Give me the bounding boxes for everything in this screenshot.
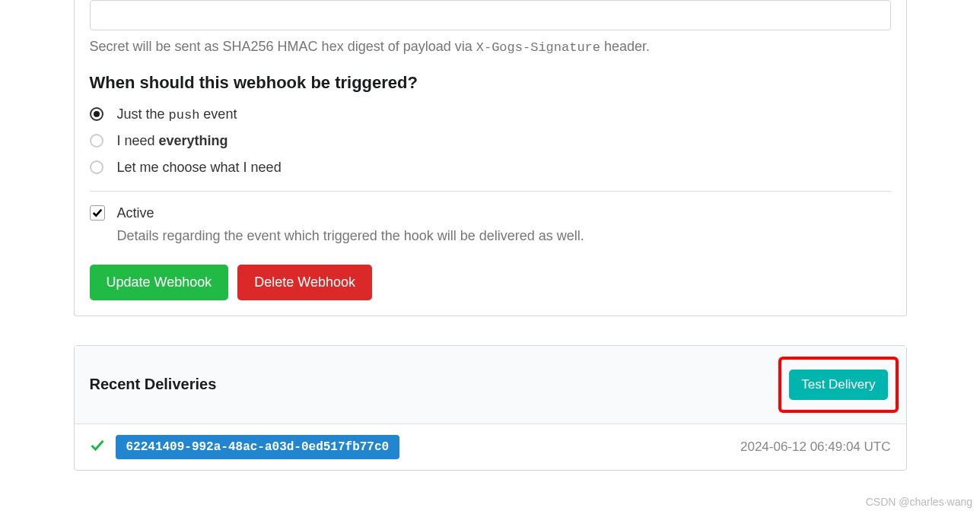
update-webhook-button[interactable]: Update Webhook [90, 265, 229, 300]
deliveries-heading: Recent Deliveries [90, 376, 217, 393]
delivery-timestamp: 2024-06-12 06:49:04 UTC [740, 439, 891, 455]
trigger-radio-group: Just the push event I need everything Le… [90, 106, 891, 176]
radio-label: Let me choose what I need [117, 160, 282, 176]
delivery-row[interactable]: 62241409-992a-48ac-a03d-0ed517fb77c0 202… [75, 424, 906, 470]
delivery-left: 62241409-992a-48ac-a03d-0ed517fb77c0 [90, 435, 400, 459]
highlight-annotation: Test Delivery [778, 357, 898, 413]
trigger-heading: When should this webhook be triggered? [90, 73, 891, 93]
check-icon [90, 438, 105, 456]
trigger-option-choose[interactable]: Let me choose what I need [90, 160, 891, 176]
active-checkbox-row[interactable]: Active [90, 205, 891, 221]
trigger-option-everything[interactable]: I need everything [90, 133, 891, 149]
deliveries-header: Recent Deliveries Test Delivery [75, 346, 906, 424]
active-help-text: Details regarding the event which trigge… [117, 226, 891, 246]
trigger-option-push[interactable]: Just the push event [90, 106, 891, 122]
delivery-id-badge: 62241409-992a-48ac-a03d-0ed517fb77c0 [116, 435, 400, 459]
secret-help-text: Secret will be sent as SHA256 HMAC hex d… [90, 36, 891, 58]
button-row: Update Webhook Delete Webhook [90, 265, 891, 300]
secret-input[interactable] [90, 0, 891, 30]
webhook-form-section: Secret will be sent as SHA256 HMAC hex d… [74, 0, 907, 316]
test-delivery-button[interactable]: Test Delivery [789, 370, 887, 400]
delete-webhook-button[interactable]: Delete Webhook [237, 265, 372, 300]
radio-icon [90, 134, 103, 148]
active-label: Active [117, 205, 154, 221]
divider [90, 191, 891, 192]
radio-icon [90, 107, 103, 121]
radio-label: Just the push event [117, 106, 237, 122]
checkbox-icon [90, 205, 105, 221]
recent-deliveries-section: Recent Deliveries Test Delivery 62241409… [74, 345, 907, 471]
radio-label: I need everything [117, 133, 228, 149]
radio-icon [90, 160, 103, 174]
